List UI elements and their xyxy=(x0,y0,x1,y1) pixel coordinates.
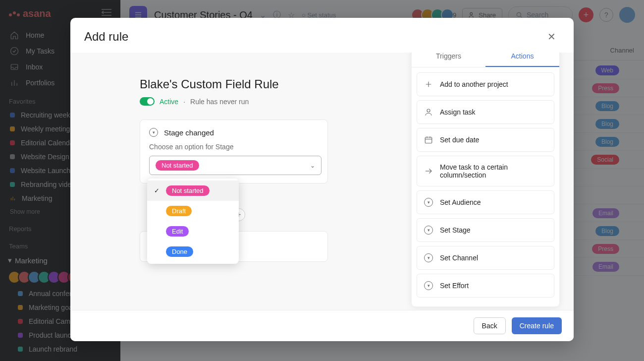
action-option[interactable]: Set due date xyxy=(417,128,554,152)
stage-select[interactable]: Not started ⌄ xyxy=(149,156,322,175)
action-icon xyxy=(424,167,433,176)
action-label: Set Audience xyxy=(440,198,481,206)
chevron-down-icon: ⌄ xyxy=(310,162,315,169)
action-label: Add to another project xyxy=(440,80,508,88)
action-option[interactable]: ▾Set Audience xyxy=(417,190,554,214)
dropdown-field-icon: ▾ xyxy=(149,128,158,137)
active-toggle[interactable] xyxy=(140,97,155,106)
action-icon xyxy=(424,80,433,89)
action-option[interactable]: Add to another project xyxy=(417,72,554,96)
action-option[interactable]: Assign task xyxy=(417,100,554,124)
stage-option[interactable]: Draft xyxy=(147,201,239,221)
check-icon: ✓ xyxy=(154,187,161,194)
create-rule-button[interactable]: Create rule xyxy=(512,317,562,334)
actions-panel: Triggers Actions Add to another projectA… xyxy=(411,53,560,307)
action-option[interactable]: ▾Set Channel xyxy=(417,246,554,270)
modal-title: Add rule xyxy=(84,30,128,44)
action-option[interactable]: ▾Set Effort xyxy=(417,274,554,298)
option-chip: Not started xyxy=(166,185,210,196)
trigger-card: ▾ Stage changed Choose an option for Sta… xyxy=(140,120,328,183)
action-label: Move task to a certain column/section xyxy=(440,163,547,179)
action-icon: ▾ xyxy=(424,253,433,262)
selected-option-chip: Not started xyxy=(156,160,199,171)
trigger-title: Stage changed xyxy=(164,128,214,137)
status-detail: Rule has never run xyxy=(190,98,249,106)
back-button[interactable]: Back xyxy=(474,317,506,334)
stage-options-dropdown: ✓Not startedDraftEditDone xyxy=(147,179,239,264)
option-chip: Done xyxy=(166,246,193,257)
action-icon xyxy=(424,135,433,144)
action-icon xyxy=(424,108,433,117)
tab-triggers[interactable]: Triggers xyxy=(412,53,485,67)
action-label: Assign task xyxy=(440,108,476,116)
action-option[interactable]: Move task to a certain column/section xyxy=(417,156,554,186)
add-rule-modal: Add rule ✕ Blake's Custom Field Rule Act… xyxy=(70,18,574,341)
tab-actions[interactable]: Actions xyxy=(485,53,559,67)
action-label: Set due date xyxy=(440,136,479,144)
action-label: Set Stage xyxy=(440,226,471,234)
action-label: Set Channel xyxy=(440,254,478,262)
action-label: Set Effort xyxy=(440,282,469,290)
stage-option[interactable]: Done xyxy=(147,241,239,262)
choose-option-label: Choose an option for Stage xyxy=(149,143,319,151)
close-icon[interactable]: ✕ xyxy=(543,29,560,45)
rule-name[interactable]: Blake's Custom Field Rule xyxy=(140,77,407,91)
svg-point-19 xyxy=(427,109,430,112)
status-active-label: Active xyxy=(160,98,178,106)
action-icon: ▾ xyxy=(424,281,433,290)
action-option[interactable]: ▾Set Stage xyxy=(417,218,554,242)
stage-option[interactable]: ✓Not started xyxy=(147,180,239,201)
option-chip: Draft xyxy=(166,206,192,216)
stage-option[interactable]: Edit xyxy=(147,221,239,241)
action-icon: ▾ xyxy=(424,198,433,207)
action-icon: ▾ xyxy=(424,226,433,235)
rule-status: Active · Rule has never run xyxy=(140,97,407,106)
option-chip: Edit xyxy=(166,226,189,237)
svg-rect-20 xyxy=(425,137,432,143)
